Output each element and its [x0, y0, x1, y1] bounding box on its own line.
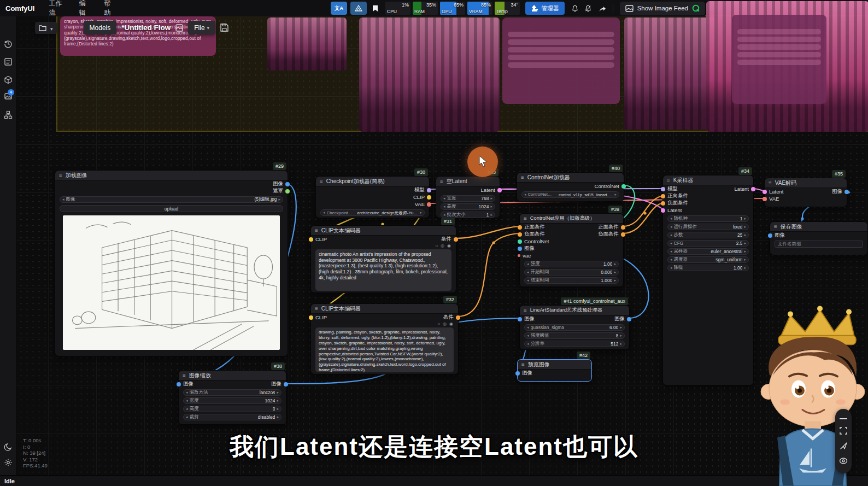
node-empty-latent[interactable]: #33 空Latent Latent 宽度768 高度1024 批次大小1 [436, 176, 500, 218]
menu-help[interactable]: 帮助 [104, 0, 115, 17]
input-slot-controlnet[interactable]: ControlNet [518, 238, 549, 244]
input-slot-image[interactable]: 图像 [177, 380, 193, 388]
steps-widget[interactable]: 步数25 [667, 232, 749, 238]
output-slot-positive[interactable]: 正面条件 [598, 224, 625, 231]
input-slot-vae[interactable]: VAE [763, 196, 779, 202]
node-ksampler[interactable]: #34 K采样器 模型 Latent 正向条件 负面条件 Latent 随机种1… [662, 175, 754, 385]
input-slot-positive[interactable]: 正面条件 [518, 224, 545, 231]
node-header[interactable]: ControlNet应用（旧版高级） [520, 214, 623, 224]
cfg-widget[interactable]: CFG2.5 [667, 240, 749, 247]
bookmark-icon[interactable] [367, 2, 383, 15]
strength-widget[interactable]: 强度1.00 [524, 261, 619, 267]
model-library-icon[interactable] [4, 75, 13, 84]
speaker-icon[interactable]: ◉ [449, 321, 453, 326]
node-header[interactable]: 保存图像 [770, 222, 867, 232]
output-slot-cond[interactable]: 条件 [441, 236, 458, 243]
node-header[interactable]: 图像缩放 [179, 371, 286, 380]
start-percent-widget[interactable]: 开始时间0.000 [524, 269, 619, 276]
resolution-widget[interactable]: 分辨率512 [524, 341, 625, 347]
bell-icon[interactable] [571, 4, 579, 13]
node-clip-encode-positive[interactable]: #31 CLIP文本编码器 CLIP 条件 ○◎◉ cinematic phot… [310, 225, 456, 293]
node-header[interactable]: VAE解码 [765, 178, 847, 188]
intensity-threshold-widget[interactable]: 强度阈值8 [524, 332, 625, 339]
logo-button[interactable] [350, 2, 367, 15]
app-logo[interactable]: ComfyUI [5, 4, 34, 13]
input-slot-image[interactable]: 图像 [518, 245, 535, 252]
log-panel-icon[interactable] [4, 57, 13, 66]
end-percent-widget[interactable]: 结束时间1.000 [524, 277, 619, 284]
node-lineart-preprocessor[interactable]: #41 comfyui_controlnet_aux LineArtStanda… [519, 305, 630, 350]
controlnet-name-widget[interactable]: ControlNet名称control_v11p_sd15_lineart.pt… [521, 191, 619, 198]
workflow-folder-button[interactable] [35, 22, 57, 34]
control-after-generate-widget[interactable]: 运行后操作fixed [667, 224, 749, 230]
input-slot-clip[interactable]: CLIP [309, 314, 327, 320]
output-slot-controlnet[interactable]: ControlNet [595, 183, 626, 189]
image-combo-widget[interactable]: 图像(5)编辑.jpg [60, 196, 283, 203]
node-controlnet-loader[interactable]: #40 ControlNet加载器 ControlNet ControlNet名… [517, 172, 624, 202]
node-preview-image[interactable]: #42 预览图像 图像 [517, 359, 592, 382]
sampler-widget[interactable]: 采样器euler_ancestral [667, 248, 749, 255]
workflow-tab-title[interactable]: *Untitled Flow [121, 24, 171, 32]
input-slot-image[interactable]: 图像 [518, 315, 535, 323]
node-header[interactable]: LineArtStandard艺术线预处理器 [520, 306, 629, 315]
denoise-widget[interactable]: 降噪1.00 [667, 265, 749, 271]
bell-alt-icon[interactable] [584, 4, 592, 13]
speaker-icon[interactable]: ◉ [447, 243, 451, 248]
ckpt-name-widget[interactable]: Checkpoint名称architecutre_design元老师-Yuan_… [320, 209, 425, 216]
node-header[interactable]: CLIP文本编码器 [311, 304, 458, 314]
theme-toggle-icon[interactable] [4, 443, 13, 452]
node-image-scale[interactable]: #38 图像缩放 图像 图像 缩放方法lanczos 宽度1024 高度0 裁剪… [178, 370, 286, 425]
node-header[interactable]: K采样器 [663, 175, 753, 185]
prompt-textarea[interactable]: cinematic photo An artist's impression o… [315, 249, 451, 291]
input-slot-negative[interactable]: 负面条件 [661, 200, 688, 207]
menu-edit[interactable]: 编辑 [79, 0, 90, 17]
node-header[interactable]: 预览图像 [518, 360, 591, 370]
node-vae-decode[interactable]: #35 VAE解码 Latent 图像 VAE [764, 178, 847, 207]
save-icon[interactable] [220, 24, 228, 32]
filename-prefix-input[interactable]: 文件名前缀 [775, 241, 863, 248]
fit-view-button[interactable] [840, 427, 847, 435]
gallery-icon[interactable] [175, 24, 183, 32]
crop-widget[interactable]: 裁剪disabled [183, 414, 281, 420]
input-slot-negative[interactable]: 负面条件 [518, 231, 545, 238]
slot-dot[interactable] [285, 189, 290, 194]
output-slot-image[interactable]: 图像 [832, 188, 849, 195]
menu-workflow[interactable]: 工作流 [49, 0, 64, 17]
input-slot-positive[interactable]: 正向条件 [661, 192, 688, 200]
input-slot-vae[interactable]: vae [518, 253, 531, 259]
node-clip-encode-negative[interactable]: #32 CLIP文本编码器 CLIP 条件 ○◎◉ drawing, paint… [310, 303, 459, 374]
upload-button[interactable]: upload [60, 205, 283, 212]
input-slot-latent[interactable]: Latent [661, 207, 682, 213]
node-header[interactable]: CLIP文本编码器 [311, 226, 456, 236]
node-checkpoint-loader[interactable]: #30 Checkpoint加载器(简易) 模型 CLIP VAE Checkp… [315, 176, 430, 218]
upscale-method-widget[interactable]: 缩放方法lanczos [183, 389, 281, 396]
settings-gear-icon[interactable] [4, 458, 13, 467]
input-slot-model[interactable]: 模型 [661, 185, 678, 192]
output-slot-model[interactable]: 模型 [414, 186, 431, 194]
output-slot-image[interactable]: 图像 [271, 380, 288, 388]
input-slot-image[interactable]: 图像 [768, 232, 785, 239]
output-slot-cond[interactable]: 条件 [443, 314, 460, 321]
node-load-image[interactable]: #29 加载图像 图像 遮罩 图像(5)编辑.jpg upload [55, 170, 288, 356]
node-header[interactable]: Checkpoint加载器(简易) [316, 177, 429, 186]
output-slot-negative[interactable]: 负面条件 [598, 231, 625, 238]
prompt-textarea[interactable]: drawing, painting, crayon, sketch, graph… [315, 327, 454, 372]
eye-icon[interactable]: ◎ [441, 243, 444, 248]
output-slot-latent[interactable]: Latent [481, 187, 502, 193]
node-save-image[interactable]: 保存图像 图像 文件名前缀 [770, 221, 868, 255]
width-widget[interactable]: 宽度768 [441, 195, 495, 202]
slot-dot[interactable] [285, 182, 290, 186]
node-header[interactable]: 加载图像 [55, 171, 288, 180]
share-icon[interactable] [599, 4, 606, 13]
eye-icon[interactable]: ◎ [443, 321, 447, 326]
workflows-icon[interactable] [4, 110, 13, 119]
history-icon[interactable] [4, 39, 13, 48]
zoom-out-button[interactable] [840, 418, 847, 419]
gaussian-sigma-widget[interactable]: guassian_sigma6.00 [524, 324, 625, 331]
width-widget[interactable]: 宽度1024 [183, 397, 281, 404]
output-slot-mask[interactable]: 遮罩 [273, 188, 290, 195]
input-slot-latent[interactable]: Latent [763, 189, 783, 195]
eye-button[interactable] [839, 458, 848, 464]
output-slot-image[interactable]: 图像 [273, 180, 290, 188]
output-slot-image[interactable]: 图像 [614, 315, 631, 323]
